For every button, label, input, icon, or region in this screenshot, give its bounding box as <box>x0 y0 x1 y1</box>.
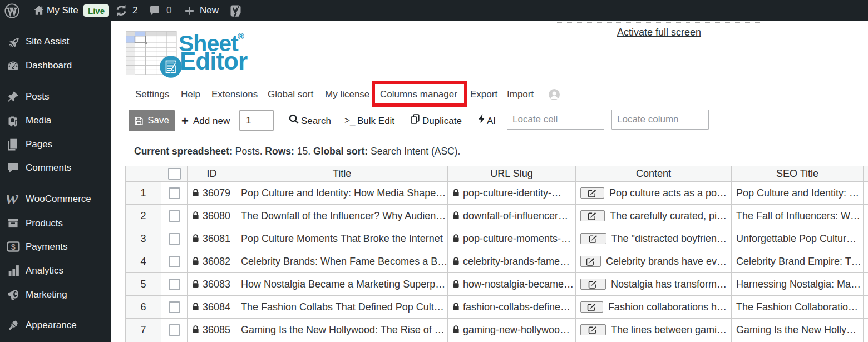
svg-text:$: $ <box>11 243 16 251</box>
svg-text:w: w <box>7 192 18 206</box>
